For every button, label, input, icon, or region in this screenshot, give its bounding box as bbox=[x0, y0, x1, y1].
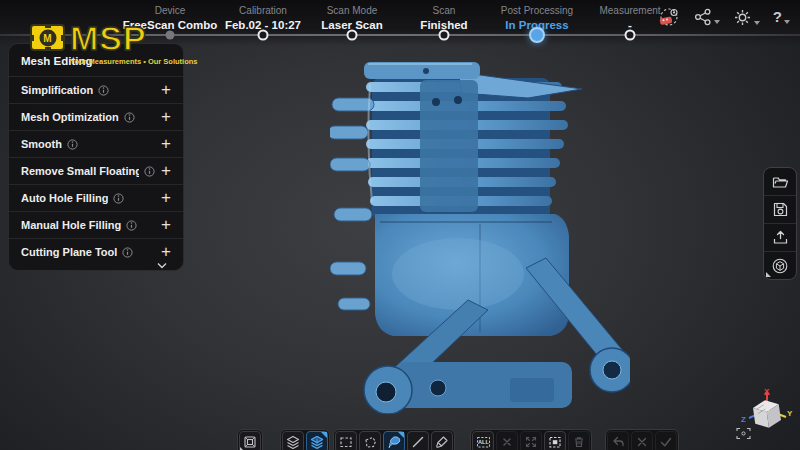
help-icon[interactable]: ? bbox=[773, 8, 790, 26]
select-through-layers-button[interactable] bbox=[306, 431, 328, 450]
lasso-select-button[interactable] bbox=[383, 431, 405, 450]
info-icon[interactable] bbox=[113, 193, 124, 204]
svg-text:ALL: ALL bbox=[478, 439, 489, 445]
right-toolbar bbox=[763, 167, 797, 280]
workflow-timeline bbox=[0, 34, 800, 36]
layer-mode-group bbox=[280, 429, 330, 450]
chevron-down-icon bbox=[714, 20, 720, 24]
info-icon[interactable] bbox=[122, 247, 133, 258]
timeline-dot-scan-mode[interactable] bbox=[347, 30, 358, 41]
timeline-dot-post-processing[interactable] bbox=[529, 27, 545, 43]
flyout-corner-marker bbox=[321, 432, 327, 438]
panel-item-cutting-plane-tool[interactable]: Cutting Plane Tool + bbox=[9, 238, 183, 265]
export-button[interactable] bbox=[764, 223, 796, 251]
selection-actions-group: ALL bbox=[470, 429, 592, 450]
delete-selected-button[interactable] bbox=[568, 431, 590, 450]
panel-item-simplification[interactable]: Simplification + bbox=[9, 76, 183, 103]
svg-text:X: X bbox=[764, 387, 770, 396]
cancel-button[interactable] bbox=[631, 431, 653, 450]
expand-plus-icon[interactable]: + bbox=[155, 244, 171, 260]
third-party-view-button[interactable] bbox=[764, 251, 796, 279]
bottom-toolbar: ALL bbox=[237, 429, 679, 450]
polygon-select-button[interactable] bbox=[359, 431, 381, 450]
info-icon[interactable] bbox=[126, 220, 137, 231]
timeline-dot-calibration[interactable] bbox=[258, 30, 269, 41]
info-icon[interactable] bbox=[124, 112, 135, 123]
select-all-button[interactable]: ALL bbox=[472, 431, 494, 450]
panel-title: Mesh Editing bbox=[9, 44, 183, 76]
undo-button[interactable] bbox=[607, 431, 629, 450]
settings-icon[interactable] bbox=[733, 8, 760, 27]
timeline-dot-scan[interactable] bbox=[439, 30, 450, 41]
save-button[interactable] bbox=[764, 195, 796, 223]
deselect-all-button[interactable] bbox=[496, 431, 518, 450]
panel-item-auto-hole-filling[interactable]: Auto Hole Filling + bbox=[9, 184, 183, 211]
expand-plus-icon[interactable]: + bbox=[155, 217, 171, 233]
application-window: SHINING 3D ® Device FreeScan Combo Calib… bbox=[0, 0, 800, 450]
expand-plus-icon[interactable]: + bbox=[155, 163, 171, 179]
line-select-button[interactable] bbox=[407, 431, 429, 450]
info-icon[interactable] bbox=[67, 139, 78, 150]
header-icon-cluster: ? bbox=[657, 7, 790, 27]
timeline-dot-device[interactable] bbox=[166, 31, 175, 40]
invert-selection-button[interactable] bbox=[520, 431, 542, 450]
rectangle-select-button[interactable] bbox=[335, 431, 357, 450]
svg-text:Y: Y bbox=[787, 409, 793, 418]
chevron-down-icon bbox=[784, 20, 790, 24]
viewport-3d-model[interactable] bbox=[330, 62, 630, 414]
selection-tools-group bbox=[333, 429, 455, 450]
info-icon[interactable] bbox=[98, 85, 109, 96]
svg-text:Z: Z bbox=[741, 415, 746, 424]
expand-plus-icon[interactable]: + bbox=[155, 190, 171, 206]
fit-view-icon[interactable] bbox=[736, 427, 751, 440]
share-icon[interactable] bbox=[694, 8, 720, 26]
confirm-button[interactable] bbox=[655, 431, 677, 450]
panel-item-smooth[interactable]: Smooth + bbox=[9, 130, 183, 157]
flyout-corner-marker bbox=[766, 272, 771, 277]
panel-scroll-down-icon[interactable] bbox=[157, 262, 167, 269]
panel-item-manual-hole-filling[interactable]: Manual Hole Filling + bbox=[9, 211, 183, 238]
chevron-down-icon bbox=[754, 21, 760, 25]
expand-plus-icon[interactable]: + bbox=[155, 82, 171, 98]
view-box-flyout-button[interactable] bbox=[239, 431, 261, 450]
timeline-dot-measurement[interactable] bbox=[625, 30, 636, 41]
scanner-device-icon[interactable] bbox=[657, 7, 681, 27]
select-connected-region-button[interactable] bbox=[544, 431, 566, 450]
history-group bbox=[605, 429, 679, 450]
mesh-editing-panel: Mesh Editing Simplification + Mesh Optim… bbox=[8, 43, 184, 271]
expand-plus-icon[interactable]: + bbox=[155, 109, 171, 125]
select-front-layers-button[interactable] bbox=[282, 431, 304, 450]
panel-item-remove-small-floating-parts[interactable]: Remove Small Floating Pa... + bbox=[9, 157, 183, 184]
open-project-button[interactable] bbox=[764, 168, 796, 195]
flyout-corner-marker bbox=[398, 432, 404, 438]
panel-item-mesh-optimization[interactable]: Mesh Optimization + bbox=[9, 103, 183, 130]
info-icon[interactable] bbox=[144, 166, 155, 177]
view-group bbox=[237, 429, 263, 450]
expand-plus-icon[interactable]: + bbox=[155, 136, 171, 152]
brush-select-button[interactable] bbox=[431, 431, 453, 450]
